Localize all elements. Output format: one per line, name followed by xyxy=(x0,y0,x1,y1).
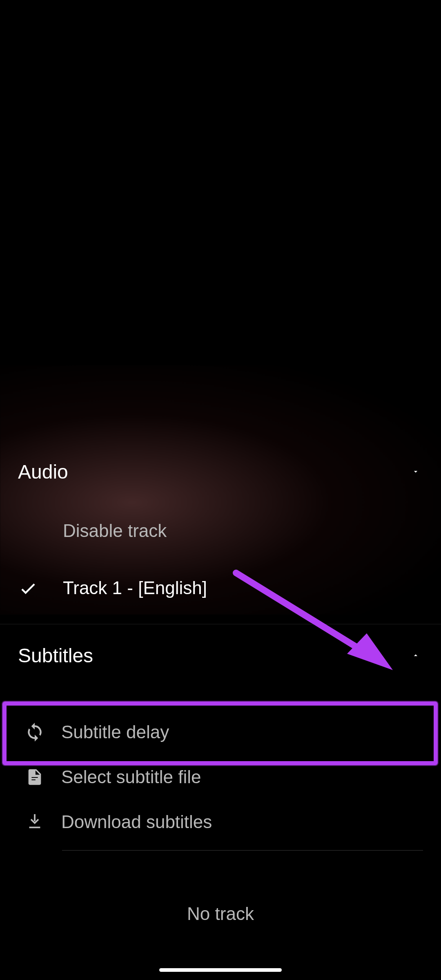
subtitle-delay-button[interactable]: Subtitle delay xyxy=(0,710,441,755)
section-divider xyxy=(0,624,441,624)
check-icon xyxy=(18,578,63,598)
audio-option-track1[interactable]: Track 1 - [English] xyxy=(0,559,441,617)
sync-icon xyxy=(8,722,61,742)
chevron-up-icon xyxy=(408,648,423,663)
audio-option-label: Track 1 - [English] xyxy=(63,578,207,598)
svg-rect-0 xyxy=(34,814,36,821)
list-divider xyxy=(62,850,423,851)
no-subtitle-track-label: No track xyxy=(0,904,441,924)
select-subtitle-file-label: Select subtitle file xyxy=(61,767,201,787)
file-icon xyxy=(8,766,61,788)
download-subtitles-button[interactable]: Download subtitles xyxy=(0,800,441,844)
audio-option-disable[interactable]: Disable track xyxy=(0,502,441,559)
audio-section-header[interactable]: Audio xyxy=(0,441,441,502)
download-subtitles-label: Download subtitles xyxy=(61,812,212,832)
audio-option-label: Disable track xyxy=(63,521,167,541)
home-indicator[interactable] xyxy=(159,968,282,972)
subtitles-section-label: Subtitles xyxy=(18,644,408,667)
subtitles-section-header[interactable]: Subtitles xyxy=(0,625,441,686)
subtitle-delay-label: Subtitle delay xyxy=(61,722,169,742)
download-icon xyxy=(8,811,61,833)
select-subtitle-file-button[interactable]: Select subtitle file xyxy=(0,755,441,800)
chevron-down-icon xyxy=(408,464,423,479)
audio-section-label: Audio xyxy=(18,461,408,483)
